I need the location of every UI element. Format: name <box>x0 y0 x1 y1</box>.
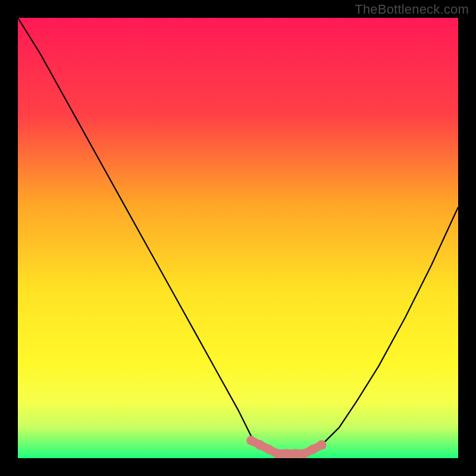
valley-marker-dot <box>255 440 265 450</box>
valley-marker-dot <box>299 449 309 458</box>
valley-marker-dot <box>290 449 300 458</box>
valley-marker-dot <box>281 449 291 458</box>
valley-marker-dot <box>308 444 318 454</box>
bottleneck-curve <box>18 18 458 454</box>
chart-frame: TheBottleneck.com <box>0 0 476 476</box>
curve-layer <box>18 18 458 458</box>
plot-area <box>18 18 458 458</box>
valley-markers <box>246 436 326 458</box>
valley-marker-dot <box>264 444 274 454</box>
valley-marker-dot <box>317 440 327 450</box>
valley-marker-dot <box>273 449 283 458</box>
valley-marker-dot <box>246 436 256 445</box>
watermark-text: TheBottleneck.com <box>355 2 469 17</box>
